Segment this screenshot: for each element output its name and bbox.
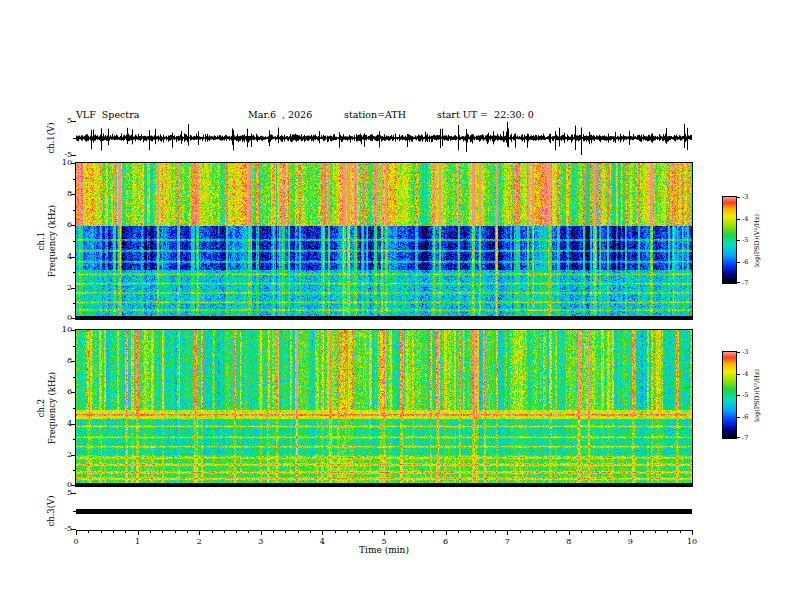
x-axis-minor-tick <box>544 530 545 533</box>
x-axis-major-tick <box>507 530 508 535</box>
spec1-y-minor-tick <box>73 210 76 211</box>
colorbar-tick <box>737 352 740 353</box>
colorbar-ch2 <box>722 351 737 439</box>
x-axis-minor-tick <box>532 530 533 533</box>
x-axis-minor-tick <box>224 530 225 533</box>
spec2-y-tick-label: 6 <box>56 387 72 396</box>
x-axis-minor-tick <box>421 530 422 533</box>
spec1-y-tick-label: 10 <box>56 158 72 167</box>
spec2-y-minor-tick <box>73 346 76 347</box>
spec2-y-minor-tick <box>73 408 76 409</box>
x-axis-minor-tick <box>113 530 114 533</box>
x-axis-minor-tick <box>556 530 557 533</box>
spec1-y-tick-label: 2 <box>56 283 72 292</box>
x-axis-minor-tick <box>606 530 607 533</box>
ch1-frequency-axis-label: ch.1 Frequency (kHz) <box>36 161 58 321</box>
ch2-spectrogram-plot <box>75 329 693 487</box>
figure-date: Mar.6 , 2026 <box>248 109 312 120</box>
spec1-y-minor-tick <box>73 303 76 304</box>
x-axis-minor-tick <box>310 530 311 533</box>
spec1-y-tick-label: 4 <box>56 252 72 261</box>
x-axis-minor-tick <box>396 530 397 533</box>
x-axis-title: Time (min) <box>76 545 692 555</box>
x-axis-tick-label: 3 <box>251 537 271 546</box>
spec2-y-tick-label: 4 <box>56 419 72 428</box>
x-axis-tick-label: 9 <box>620 537 640 546</box>
ch1-voltage-zero-tick <box>73 138 76 139</box>
ch3-voltage-tick-label: 5 <box>56 488 72 497</box>
colorbar-tick-label: -3 <box>742 348 760 356</box>
x-axis-minor-tick <box>409 530 410 533</box>
x-axis-major-tick <box>322 530 323 535</box>
colorbar-tick <box>737 240 740 241</box>
colorbar-tick <box>737 197 740 198</box>
colorbar-tick-label: -7 <box>742 279 760 287</box>
spec2-y-minor-tick <box>73 470 76 471</box>
spec1-y-tick-label: 6 <box>56 220 72 229</box>
x-axis-minor-tick <box>470 530 471 533</box>
x-axis-major-tick <box>138 530 139 535</box>
colorbar-tick-label: -6 <box>742 413 760 421</box>
ch3-voltage-zero-tick <box>73 511 76 512</box>
x-axis-tick-label: 2 <box>189 537 209 546</box>
x-axis-tick-label: 0 <box>66 537 86 546</box>
colorbar-tick <box>737 282 740 283</box>
x-axis-major-tick <box>199 530 200 535</box>
x-axis-major-tick <box>630 530 631 535</box>
spec2-y-minor-tick <box>73 377 76 378</box>
ch1-waveform-plot <box>76 121 692 155</box>
x-axis-minor-tick <box>359 530 360 533</box>
x-axis-tick-label: 6 <box>436 537 456 546</box>
colorbar-tick <box>737 437 740 438</box>
colorbar-tick-label: -7 <box>742 434 760 442</box>
colorbar-tick <box>737 219 740 220</box>
x-axis-major-tick <box>76 530 77 535</box>
colorbar-tick-label: -5 <box>742 391 760 399</box>
x-axis-minor-tick <box>667 530 668 533</box>
spec2-y-tick-label: 10 <box>56 325 72 334</box>
spec1-y-minor-tick <box>73 241 76 242</box>
ch1-voltage-tick-label: 5 <box>56 116 72 125</box>
x-axis-minor-tick <box>347 530 348 533</box>
x-axis-major-tick <box>692 530 693 535</box>
x-axis-major-tick <box>446 530 447 535</box>
colorbar-tick-label: -4 <box>742 370 760 378</box>
figure-start-ut: start UT = 22:30: 0 <box>437 109 534 120</box>
colorbar-tick-label: -6 <box>742 258 760 266</box>
x-axis-minor-tick <box>236 530 237 533</box>
colorbar-tick <box>737 417 740 418</box>
spec2-y-tick-label: 2 <box>56 450 72 459</box>
x-axis-minor-tick <box>680 530 681 533</box>
ch3-voltage-axis-label: ch.3(V) <box>46 451 58 571</box>
colorbar-tick-label: -3 <box>742 193 760 201</box>
figure-title: VLF Spectra <box>76 109 139 120</box>
spec2-y-minor-tick <box>73 439 76 440</box>
x-axis-minor-tick <box>618 530 619 533</box>
x-axis-minor-tick <box>248 530 249 533</box>
x-axis-minor-tick <box>298 530 299 533</box>
x-axis-minor-tick <box>101 530 102 533</box>
ch1-voltage-tick-label: -5 <box>56 150 72 159</box>
colorbar-tick <box>737 374 740 375</box>
x-axis-minor-tick <box>125 530 126 533</box>
spec1-y-minor-tick <box>73 272 76 273</box>
x-axis-minor-tick <box>458 530 459 533</box>
x-axis-minor-tick <box>150 530 151 533</box>
spec1-y-minor-tick <box>73 179 76 180</box>
x-axis-minor-tick <box>285 530 286 533</box>
colorbar-ch1 <box>722 196 737 284</box>
ch3-voltage-tick-label: -5 <box>56 524 72 533</box>
x-axis-minor-tick <box>520 530 521 533</box>
x-axis-major-tick <box>384 530 385 535</box>
figure-station: station=ATH <box>344 109 406 120</box>
x-axis-major-tick <box>261 530 262 535</box>
x-axis-minor-tick <box>593 530 594 533</box>
x-axis-minor-tick <box>175 530 176 533</box>
colorbar-tick <box>737 262 740 263</box>
colorbar-tick <box>737 395 740 396</box>
x-axis-tick-label: 7 <box>497 537 517 546</box>
vlf-spectra-figure: VLF Spectra Mar.6 , 2026 station=ATH sta… <box>0 0 792 612</box>
x-axis-minor-tick <box>433 530 434 533</box>
x-axis-minor-tick <box>187 530 188 533</box>
x-axis-minor-tick <box>483 530 484 533</box>
